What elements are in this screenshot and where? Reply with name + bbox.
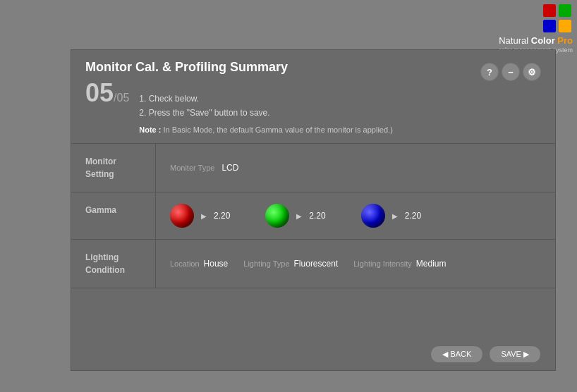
gamma-red: ▶ 2.20 <box>170 204 230 228</box>
minimize-button[interactable]: − <box>502 63 520 81</box>
lighting-label: LightingCondition <box>71 240 156 288</box>
lighting-type-label: Lighting Type <box>243 259 289 268</box>
lighting-intensity-label: Lighting Intensity <box>353 259 412 268</box>
lighting-intensity-value: Medium <box>416 259 447 269</box>
lighting-content: Location House Lighting Type Fluorescent… <box>156 240 555 288</box>
svg-rect-1 <box>559 4 571 17</box>
instruction-2: 2. Press the "Save" button to save. <box>139 106 393 120</box>
gamma-label: Gamma <box>71 192 156 239</box>
lighting-type-group: Lighting Type Fluorescent <box>243 259 338 269</box>
instruction-1: 1. Check below. <box>139 92 393 106</box>
bottom-bar: ◀ BACK SAVE ▶ <box>71 338 555 370</box>
svg-rect-0 <box>543 4 556 17</box>
step-row: 05 /05 1. Check below. 2. Press the "Sav… <box>85 80 393 136</box>
svg-rect-2 <box>543 20 556 32</box>
blue-ball <box>361 204 385 228</box>
monitor-setting-content: Moniter Type LCD <box>156 144 555 192</box>
note-label: Note : <box>139 125 161 134</box>
lighting-intensity-group: Lighting Intensity Medium <box>353 259 446 269</box>
settings-button[interactable]: ⚙ <box>523 63 541 81</box>
app-logo-icon <box>542 3 573 34</box>
monitor-type-value: LCD <box>221 163 238 173</box>
panel-header: Monitor Cal. & Profiling Summary 05 /05 … <box>71 50 555 144</box>
green-value: 2.20 <box>309 211 325 221</box>
instructions: 1. Check below. 2. Press the "Save" butt… <box>139 92 393 136</box>
svg-rect-3 <box>559 20 571 32</box>
red-ball <box>170 204 194 228</box>
lighting-fields: Location House Lighting Type Fluorescent… <box>170 259 457 269</box>
main-panel: Monitor Cal. & Profiling Summary 05 /05 … <box>71 49 556 371</box>
lighting-section: LightingCondition Location House Lightin… <box>71 240 555 288</box>
gamma-blue: ▶ 2.20 <box>361 204 421 228</box>
logo-area: Natural Color Pro color management syste… <box>498 3 573 54</box>
monitor-setting-section: MonitorSetting Moniter Type LCD <box>71 144 555 192</box>
step-info: 05 /05 <box>85 80 129 106</box>
monitor-setting-label: MonitorSetting <box>71 144 156 192</box>
location-value: House <box>204 259 229 269</box>
monitor-type-label: Moniter Type <box>170 164 214 172</box>
note-text: Note : In Basic Mode, the default Gamma … <box>139 123 393 137</box>
red-arrow: ▶ <box>201 212 207 220</box>
help-button[interactable]: ? <box>480 63 499 81</box>
back-button[interactable]: ◀ BACK <box>430 345 483 363</box>
panel-title: Monitor Cal. & Profiling Summary <box>85 60 393 75</box>
monitor-type-row: Moniter Type LCD <box>170 163 238 173</box>
gamma-content: ▶ 2.20 ▶ 2.20 ▶ 2.20 <box>156 192 555 239</box>
save-button[interactable]: SAVE ▶ <box>489 345 541 363</box>
lighting-type-value: Fluorescent <box>294 259 339 269</box>
header-left: Monitor Cal. & Profiling Summary 05 /05 … <box>85 60 393 136</box>
gamma-green: ▶ 2.20 <box>265 204 325 228</box>
note-body: In Basic Mode, the default Gamma value o… <box>164 125 393 134</box>
logo-text: Natural Color Pro <box>499 35 573 47</box>
red-value: 2.20 <box>214 211 230 221</box>
green-arrow: ▶ <box>296 212 302 220</box>
blue-value: 2.20 <box>405 211 421 221</box>
location-label: Location <box>170 259 200 268</box>
step-current: 05 <box>85 80 114 106</box>
location-group: Location House <box>170 259 228 269</box>
step-total: /05 <box>114 92 129 104</box>
header-buttons: ? − ⚙ <box>480 63 541 81</box>
gamma-section: Gamma ▶ 2.20 ▶ 2.20 ▶ 2.20 <box>71 192 555 240</box>
blue-arrow: ▶ <box>392 212 398 220</box>
green-ball <box>265 204 289 228</box>
